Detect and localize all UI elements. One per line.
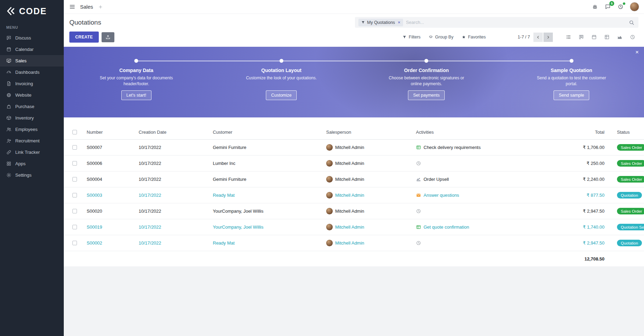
status-badge: Quotation — [617, 192, 642, 198]
step-action-button[interactable]: Customize — [266, 90, 297, 100]
favorites-button[interactable]: Favorites — [462, 35, 486, 39]
view-activity-button[interactable] — [627, 32, 638, 42]
cell-activities[interactable] — [412, 161, 558, 166]
sidebar-item-invoicing[interactable]: Invoicing — [0, 78, 64, 89]
sidebar-item-label: Employees — [15, 127, 37, 132]
column-header-customer[interactable]: Customer — [209, 130, 323, 135]
table-row[interactable]: S00004 10/17/2022 Gemini Furniture Mitch… — [64, 171, 644, 187]
cell-activities[interactable]: Get quote confirmation — [412, 224, 558, 230]
activities-button[interactable] — [617, 3, 624, 10]
messages-button[interactable]: 5 — [604, 3, 611, 10]
status-badge: Sales Order — [617, 176, 644, 183]
hamburger-menu-button[interactable] — [69, 3, 76, 10]
row-checkbox[interactable] — [72, 193, 77, 197]
group-by-button[interactable]: Group By — [429, 35, 453, 39]
control-panel: Quotations My Quotations × CREATE Filter… — [64, 14, 644, 47]
sidebar-item-label: Dashboards — [15, 70, 40, 75]
search-icon — [629, 20, 634, 25]
cell-status: Quotation — [607, 240, 644, 246]
cell-activities[interactable]: Order Upsell — [412, 177, 558, 182]
search-options: Filters Group By Favorites — [402, 35, 486, 39]
sidebar-item-purchase[interactable]: Purchase — [0, 101, 64, 112]
table-row[interactable]: S00003 10/17/2022 Ready Mat Mitchell Adm… — [64, 187, 644, 203]
cell-number: S00004 — [83, 177, 135, 182]
debug-button[interactable] — [591, 3, 599, 10]
sidebar-item-calendar[interactable]: Calendar — [0, 44, 64, 55]
table-row[interactable]: S00019 10/17/2022 YourCompany, Joel Will… — [64, 219, 644, 235]
sidebar-item-website[interactable]: Website — [0, 89, 64, 101]
search-bar[interactable]: My Quotations × — [355, 17, 638, 28]
row-checkbox[interactable] — [72, 177, 77, 182]
table-row[interactable]: S00007 10/17/2022 Gemini Furniture Mitch… — [64, 140, 644, 156]
search-submit-button[interactable] — [628, 19, 635, 26]
cell-salesperson: Mitchell Admin — [323, 176, 412, 183]
sidebar-item-recruitment[interactable]: Recruitment — [0, 135, 64, 147]
step-action-button[interactable]: Let's start! — [121, 90, 151, 100]
cell-activities[interactable]: Answer questions — [412, 193, 558, 198]
cell-activities[interactable] — [412, 240, 558, 246]
view-calendar-button[interactable] — [588, 32, 600, 42]
salesperson-avatar — [326, 160, 333, 167]
column-header-number[interactable]: Number — [83, 130, 135, 135]
view-graph-button[interactable] — [614, 32, 626, 42]
activity-label: Answer questions — [424, 193, 459, 198]
row-checkbox[interactable] — [72, 209, 77, 213]
sidebar-item-settings[interactable]: Settings — [0, 169, 64, 181]
sidebar-item-link-tracker[interactable]: Link Tracker — [0, 147, 64, 158]
sidebar-item-apps[interactable]: Apps — [0, 158, 64, 169]
dashboards-icon — [6, 70, 11, 75]
row-checkbox[interactable] — [72, 225, 77, 229]
column-header-salesperson[interactable]: Salesperson — [323, 130, 412, 135]
cell-activities[interactable]: Check delivery requirements — [412, 145, 558, 150]
add-tab-button[interactable] — [97, 4, 104, 10]
column-header-activities[interactable]: Activities — [412, 130, 558, 135]
pager-previous-button[interactable] — [533, 33, 543, 42]
table-row[interactable]: S00020 10/17/2022 YourCompany, Joel Will… — [64, 203, 644, 219]
export-button[interactable] — [102, 32, 114, 42]
current-app-name[interactable]: Sales — [80, 4, 93, 10]
step-dot-icon — [425, 59, 428, 63]
column-header-creation-date[interactable]: Creation Date — [135, 130, 209, 135]
sidebar-item-discuss[interactable]: Discuss — [0, 32, 64, 44]
cell-total: ₹ 877.50 — [558, 193, 607, 198]
table-row[interactable]: S00006 10/17/2022 Lumber Inc Mitchell Ad… — [64, 156, 644, 171]
sidebar-item-dashboards[interactable]: Dashboards — [0, 67, 64, 78]
step-description: Customize the look of your quotations. — [242, 75, 320, 87]
step-dot-icon — [279, 59, 283, 63]
step-action-button[interactable]: Send sample — [554, 90, 589, 100]
view-kanban-button[interactable] — [575, 32, 587, 42]
select-all-checkbox[interactable] — [72, 130, 77, 134]
row-checkbox[interactable] — [72, 241, 77, 245]
sidebar-item-sales[interactable]: Sales — [0, 55, 64, 67]
pager-next-button[interactable] — [543, 33, 553, 42]
cell-number: S00020 — [83, 209, 135, 214]
discuss-icon — [6, 35, 11, 41]
column-header-status[interactable]: Status — [607, 130, 644, 135]
table-row[interactable]: S00002 10/17/2022 Ready Mat Mitchell Adm… — [64, 235, 644, 251]
column-header-total[interactable]: Total — [558, 130, 607, 135]
row-checkbox[interactable] — [72, 161, 77, 166]
sidebar-item-employees[interactable]: Employees — [0, 124, 64, 135]
step-action-button[interactable]: Set payments — [408, 90, 445, 100]
view-list-button[interactable] — [563, 32, 574, 42]
cell-activities[interactable] — [412, 209, 558, 214]
create-button[interactable]: CREATE — [69, 32, 99, 43]
cell-customer: Ready Mat — [209, 193, 323, 198]
status-badge: Quotation — [617, 240, 642, 246]
search-facet[interactable]: My Quotations × — [358, 19, 403, 26]
filters-button[interactable]: Filters — [402, 35, 420, 39]
sidebar-item-inventory[interactable]: Inventory — [0, 112, 64, 124]
facet-remove-icon[interactable]: × — [398, 20, 401, 25]
pager: 1-7 / 7 — [518, 33, 553, 42]
sidebar-item-label: Discuss — [15, 35, 31, 41]
cell-status: Sales Order — [607, 144, 644, 151]
user-avatar[interactable] — [630, 2, 639, 11]
row-checkbox[interactable] — [72, 145, 77, 150]
activities-dot-badge — [623, 2, 626, 5]
search-input[interactable] — [406, 20, 625, 25]
star-icon — [462, 35, 466, 39]
app-logo[interactable]: CODE — [0, 0, 64, 20]
step-title: Order Confirmation — [354, 68, 499, 73]
sidebar-item-label: Website — [15, 92, 32, 98]
view-pivot-button[interactable] — [601, 32, 613, 42]
